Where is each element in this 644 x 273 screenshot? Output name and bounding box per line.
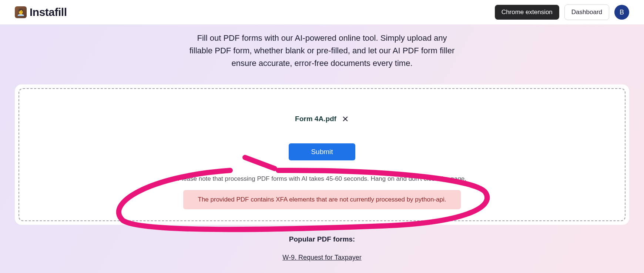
avatar[interactable]: B <box>614 5 629 20</box>
popular-form-link-w9[interactable]: W-9. Request for Taxpayer <box>282 254 361 261</box>
dashboard-button[interactable]: Dashboard <box>564 4 609 20</box>
header-actions: Chrome extension Dashboard B <box>495 4 629 20</box>
popular-forms-title: Popular PDF forms: <box>0 235 644 243</box>
hero-section: Fill out PDF forms with our AI-powered o… <box>0 24 644 273</box>
remove-file-icon[interactable] <box>342 115 349 123</box>
popular-forms-section: Popular PDF forms: W-9. Request for Taxp… <box>0 225 644 262</box>
submit-button[interactable]: Submit <box>289 143 355 160</box>
upload-dropzone[interactable]: Form 4A.pdf Submit Please note that proc… <box>19 88 625 221</box>
chrome-extension-button[interactable]: Chrome extension <box>495 5 559 20</box>
file-row: Form 4A.pdf <box>295 115 349 123</box>
upload-card: Form 4A.pdf Submit Please note that proc… <box>15 84 629 225</box>
header: 👩‍💼 Instafill Chrome extension Dashboard… <box>0 0 644 24</box>
hero-description: Fill out PDF forms with our AI-powered o… <box>189 32 455 70</box>
error-message: The provided PDF contains XFA elements t… <box>183 190 461 209</box>
processing-note: Please note that processing PDF forms wi… <box>178 175 466 183</box>
logo-icon: 👩‍💼 <box>15 6 27 18</box>
file-name: Form 4A.pdf <box>295 115 336 123</box>
logo-text: Instafill <box>30 6 67 19</box>
logo[interactable]: 👩‍💼 Instafill <box>15 6 67 19</box>
